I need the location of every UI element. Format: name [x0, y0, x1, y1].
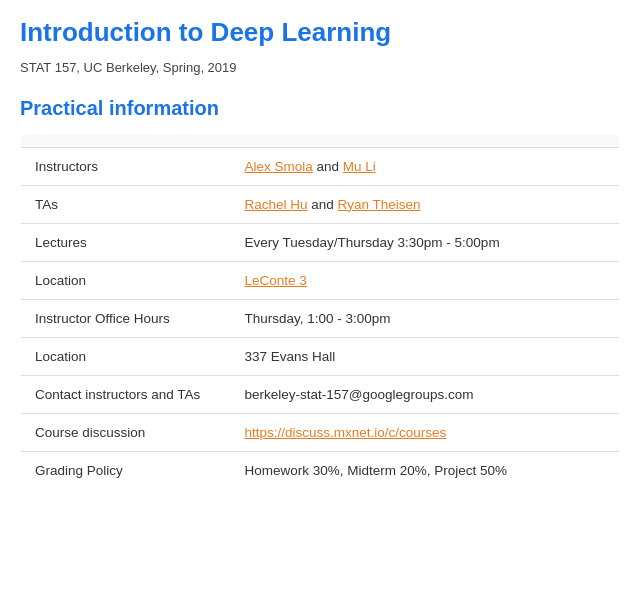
row-label: Grading Policy	[21, 451, 231, 489]
table-link[interactable]: Alex Smola	[245, 159, 313, 174]
practical-info-table: InstructorsAlex Smola and Mu LiTAsRachel…	[20, 134, 620, 490]
table-link[interactable]: Ryan Theisen	[338, 197, 421, 212]
table-link[interactable]: LeConte 3	[245, 273, 307, 288]
table-header-spacer	[21, 134, 620, 147]
table-row: LecturesEvery Tuesday/Thursday 3:30pm - …	[21, 223, 620, 261]
subtitle: STAT 157, UC Berkeley, Spring, 2019	[20, 60, 620, 75]
row-value: https://discuss.mxnet.io/c/courses	[231, 413, 620, 451]
table-row: Course discussionhttps://discuss.mxnet.i…	[21, 413, 620, 451]
row-label: Lectures	[21, 223, 231, 261]
table-row: LocationLeConte 3	[21, 261, 620, 299]
row-label: Instructor Office Hours	[21, 299, 231, 337]
table-link[interactable]: Rachel Hu	[245, 197, 308, 212]
row-label: Instructors	[21, 147, 231, 185]
row-label: Location	[21, 261, 231, 299]
table-row: TAsRachel Hu and Ryan Theisen	[21, 185, 620, 223]
row-value: Every Tuesday/Thursday 3:30pm - 5:00pm	[231, 223, 620, 261]
row-value: 337 Evans Hall	[231, 337, 620, 375]
row-label: TAs	[21, 185, 231, 223]
page-title: Introduction to Deep Learning	[20, 16, 620, 50]
table-link[interactable]: Mu Li	[343, 159, 376, 174]
table-row: Instructor Office HoursThursday, 1:00 - …	[21, 299, 620, 337]
table-row: Contact instructors and TAsberkeley-stat…	[21, 375, 620, 413]
row-label: Course discussion	[21, 413, 231, 451]
row-label: Location	[21, 337, 231, 375]
table-row: InstructorsAlex Smola and Mu Li	[21, 147, 620, 185]
row-value: berkeley-stat-157@googlegroups.com	[231, 375, 620, 413]
row-value: LeConte 3	[231, 261, 620, 299]
table-row: Grading PolicyHomework 30%, Midterm 20%,…	[21, 451, 620, 489]
row-value: Thursday, 1:00 - 3:00pm	[231, 299, 620, 337]
table-row: Location337 Evans Hall	[21, 337, 620, 375]
section-title: Practical information	[20, 97, 620, 120]
row-label: Contact instructors and TAs	[21, 375, 231, 413]
row-value: Alex Smola and Mu Li	[231, 147, 620, 185]
row-value: Homework 30%, Midterm 20%, Project 50%	[231, 451, 620, 489]
table-link[interactable]: https://discuss.mxnet.io/c/courses	[245, 425, 447, 440]
row-value: Rachel Hu and Ryan Theisen	[231, 185, 620, 223]
